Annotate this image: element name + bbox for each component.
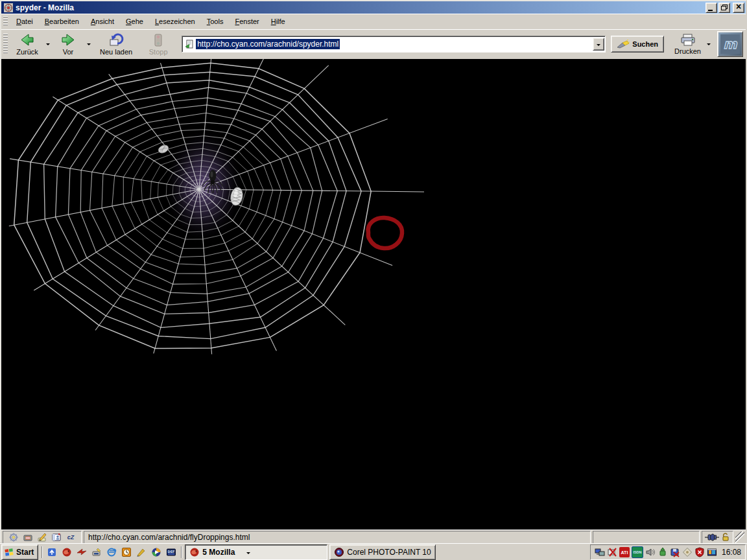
printer-icon	[680, 34, 696, 47]
quicklaunch-show-desktop-icon[interactable]	[90, 546, 103, 559]
search-label: Suchen	[632, 40, 658, 48]
system-tray: ATI ISDN 16:08	[590, 544, 746, 560]
back-button[interactable]: Zurück	[10, 30, 44, 58]
print-button[interactable]: Drucken	[670, 30, 705, 58]
forward-label: Vor	[63, 48, 74, 56]
back-dropdown[interactable]	[44, 31, 51, 57]
resize-grip[interactable]	[735, 531, 744, 543]
quicklaunch-app-icon[interactable]	[45, 546, 58, 559]
throbber-logo[interactable]: m	[717, 31, 743, 57]
menu-fenster[interactable]: Fenster	[229, 16, 265, 27]
center-glow	[163, 126, 244, 246]
title-bar[interactable]: spyder - Mozilla	[1, 1, 746, 14]
windows-taskbar: Start DEF	[0, 543, 747, 560]
mozilla-task-label: 5 Mozilla	[202, 548, 235, 557]
flashlight-icon	[617, 40, 630, 49]
menu-bearbeiten[interactable]: Bearbeiten	[39, 16, 85, 27]
antivirus-shield-icon[interactable]	[694, 547, 705, 557]
mozilla-app-icon	[4, 3, 13, 12]
menubar-grippy[interactable]	[3, 16, 8, 27]
reload-icon	[108, 33, 124, 47]
mozilla-m-icon: m	[720, 34, 740, 54]
task-group-dropdown[interactable]	[246, 548, 250, 557]
corel-task-icon	[334, 547, 344, 557]
navigator-icon[interactable]	[8, 532, 19, 542]
mozilla-window: spyder - Mozilla Datei Bearbeiten Ansich…	[0, 0, 747, 543]
mail-icon[interactable]	[23, 532, 33, 542]
forward-arrow-icon	[60, 33, 76, 47]
desktop: spyder - Mozilla Datei Bearbeiten Ansich…	[0, 0, 747, 560]
url-history-dropdown[interactable]	[593, 38, 604, 51]
tray-clock: 16:08	[722, 548, 741, 557]
print-label: Drucken	[674, 47, 701, 55]
url-bar[interactable]: http://cho.cyan.com/arachnid/spyder.html	[182, 36, 606, 52]
print-dropdown[interactable]	[705, 31, 712, 57]
window-title: spyder - Mozilla	[16, 3, 704, 12]
ati-icon[interactable]: ATI	[619, 547, 630, 557]
windows-logo-icon	[4, 548, 14, 557]
forward-button[interactable]: Vor	[51, 30, 85, 58]
menu-gehe[interactable]: Gehe	[120, 16, 149, 27]
spider-web-image	[1, 59, 746, 530]
reload-button[interactable]: Neu laden	[96, 30, 136, 58]
navigation-toolbar: Zurück Vor Neu laden	[1, 29, 746, 60]
status-text-panel: http://cho.cyan.com/arachnid/flyDropping…	[84, 531, 591, 544]
back-label: Zurück	[16, 48, 38, 56]
mozilla-task-icon	[189, 547, 200, 557]
task-mozilla[interactable]: 5 Mozilla	[185, 544, 327, 560]
stop-button[interactable]: Stopp	[141, 30, 175, 58]
isdn-icon[interactable]: ISDN	[632, 546, 643, 558]
taskbar-separator	[42, 546, 42, 558]
online-plug-icon[interactable]	[705, 533, 719, 541]
usb-device-icon[interactable]	[658, 547, 668, 557]
quicklaunch-mediaplayer-icon[interactable]	[150, 546, 163, 559]
menu-datei[interactable]: Datei	[10, 16, 39, 27]
quicklaunch-mozilla-icon[interactable]	[60, 546, 73, 559]
stop-label: Stopp	[149, 48, 168, 56]
device-error-icon[interactable]	[607, 547, 617, 557]
security-lock-icon[interactable]	[722, 533, 730, 542]
corel-task-label: Corel PHOTO-PAINT 10	[347, 548, 431, 557]
start-label: Start	[16, 548, 34, 557]
stop-icon	[150, 33, 166, 47]
bookmark-page-icon	[185, 40, 194, 49]
network-icon[interactable]	[595, 547, 605, 557]
status-text: http://cho.cyan.com/arachnid/flyDropping…	[88, 533, 250, 542]
restore-button[interactable]	[718, 3, 730, 13]
svg-text:DEF: DEF	[168, 550, 175, 554]
url-input[interactable]: http://cho.cyan.com/arachnid/spyder.html	[196, 39, 340, 49]
quicklaunch-red-arrow-icon[interactable]	[75, 546, 88, 559]
minimize-button[interactable]	[706, 3, 717, 13]
menu-lesezeichen[interactable]: Lesezeichen	[149, 16, 201, 27]
offline-files-icon[interactable]	[670, 547, 680, 557]
composer-icon[interactable]	[37, 532, 47, 542]
menu-bar: Datei Bearbeiten Ansicht Gehe Lesezeiche…	[1, 14, 746, 30]
forward-dropdown[interactable]	[85, 31, 92, 57]
menu-tools[interactable]: Tools	[201, 16, 230, 27]
search-button[interactable]: Suchen	[611, 36, 664, 52]
status-empty-panel	[593, 531, 700, 544]
red-circle-annotation	[368, 218, 402, 248]
reload-label: Neu laden	[100, 48, 132, 56]
toolbar-grippy[interactable]	[3, 34, 8, 54]
start-button[interactable]: Start	[1, 544, 38, 560]
page-content[interactable]	[1, 59, 746, 530]
quicklaunch-ie-icon[interactable]	[105, 546, 118, 559]
quicklaunch-clock-icon[interactable]	[120, 546, 133, 559]
taskbar-separator-2	[181, 546, 182, 558]
svg-text:m: m	[724, 36, 738, 52]
task-corel[interactable]: Corel PHOTO-PAINT 10	[329, 544, 435, 560]
addressbook-icon[interactable]	[51, 532, 62, 542]
menu-hilfe[interactable]: Hilfe	[265, 16, 291, 27]
quicklaunch-brush-icon[interactable]	[135, 546, 148, 559]
menu-ansicht[interactable]: Ansicht	[85, 16, 120, 27]
close-button[interactable]	[733, 3, 744, 13]
wrapped-prey-small	[157, 144, 169, 155]
card-reader-icon[interactable]	[682, 547, 693, 557]
back-arrow-icon	[19, 33, 35, 47]
media-tray-icon[interactable]	[707, 547, 717, 557]
volume-icon[interactable]	[645, 547, 656, 557]
quicklaunch-def-icon[interactable]: DEF	[165, 546, 178, 559]
status-indicators	[702, 531, 733, 544]
chatzilla-icon[interactable]: cZ	[65, 532, 76, 542]
